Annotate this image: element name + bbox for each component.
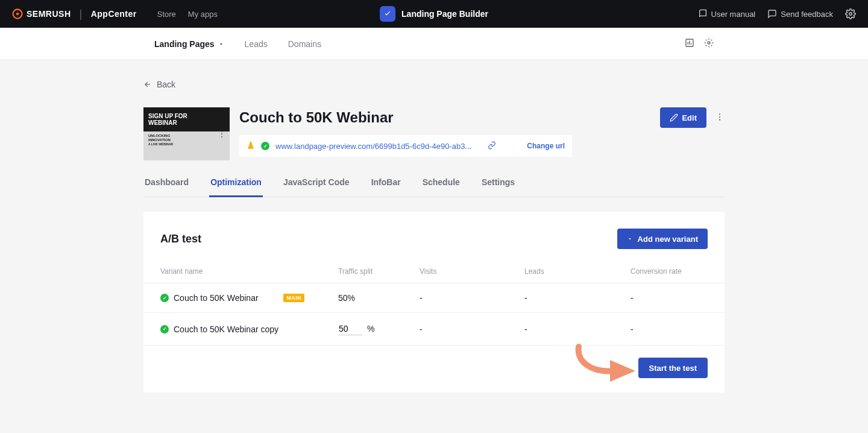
variants-table: Variant name Traffic split Visits Leads … xyxy=(143,261,725,346)
thumb-sub3: A LIVE WEBINAR xyxy=(148,142,225,146)
tabs: Dashboard Optimization JavaScript Code I… xyxy=(143,177,725,197)
brand-divider: | xyxy=(80,8,83,21)
brand-logo[interactable]: SEMRUSH | AppCenter xyxy=(12,8,137,21)
nav-my-apps[interactable]: My apps xyxy=(188,10,218,19)
tab-dashboard[interactable]: Dashboard xyxy=(143,177,190,197)
variant-cell: ✓ Couch to 50K Webinar copy xyxy=(160,324,304,334)
settings-icon-button[interactable] xyxy=(845,8,856,19)
header-main: Couch to 50K Webinar Edit ✓ www.landpage xyxy=(239,107,725,160)
svg-point-2 xyxy=(849,13,852,16)
title-row: Couch to 50K Webinar Edit xyxy=(239,107,725,128)
chat-icon xyxy=(767,9,777,19)
thumb-headline: SIGN UP FOR WEBINAR xyxy=(143,107,230,131)
app-title-center: Landing Page Builder xyxy=(380,6,488,22)
variant-name[interactable]: Couch to 50K Webinar copy xyxy=(174,324,278,334)
ab-test-card: A/B test Add new variant Variant name Tr… xyxy=(143,212,725,393)
visits-value: - xyxy=(403,313,508,346)
variant-name[interactable]: Couch to 50K Webinar xyxy=(174,293,259,303)
svg-point-7 xyxy=(708,42,710,44)
settings-small-button[interactable] xyxy=(704,38,714,49)
app-icon xyxy=(380,6,395,22)
page-title: Couch to 50K Webinar xyxy=(239,109,394,126)
start-test-button[interactable]: Start the test xyxy=(638,358,708,378)
stats-icon-button[interactable] xyxy=(685,38,694,49)
semrush-logo-icon xyxy=(12,8,23,19)
back-label: Back xyxy=(157,80,175,89)
conv-value: - xyxy=(614,283,725,313)
thumb-headline-l1: SIGN UP FOR xyxy=(148,113,225,119)
pencil-icon xyxy=(670,113,678,122)
svg-point-1 xyxy=(16,13,19,16)
subnav-right-icons xyxy=(685,38,714,49)
col-variant-name: Variant name xyxy=(143,261,321,283)
tab-javascript-code[interactable]: JavaScript Code xyxy=(282,177,351,197)
main-badge: MAIN xyxy=(283,294,304,302)
table-row: ✓ Couch to 50K Webinar copy % - - - xyxy=(143,313,725,346)
thumb-sub2: INNOVATION xyxy=(148,138,225,142)
caret-down-icon xyxy=(627,236,633,242)
visits-value: - xyxy=(403,283,508,313)
thumb-more-icon[interactable]: ⋮ xyxy=(218,129,226,139)
preview-url[interactable]: www.landpage-preview.com/6699b1d5-6c9d-4… xyxy=(275,142,474,151)
card-header: A/B test Add new variant xyxy=(143,212,725,261)
svg-point-10 xyxy=(719,116,720,117)
check-icon: ✓ xyxy=(160,294,169,302)
page-thumbnail[interactable]: SIGN UP FOR WEBINAR UNLOCKING INNOVATION… xyxy=(143,107,230,160)
check-icon: ✓ xyxy=(160,325,169,333)
svg-point-11 xyxy=(719,119,720,120)
add-variant-button[interactable]: Add new variant xyxy=(617,229,708,249)
appcenter-label: AppCenter xyxy=(91,9,137,19)
url-box: ✓ www.landpage-preview.com/6699b1d5-6c9d… xyxy=(239,135,572,157)
kebab-icon xyxy=(715,112,725,122)
tab-settings[interactable]: Settings xyxy=(480,177,516,197)
table-row: ✓ Couch to 50K Webinar MAIN 50% - - - xyxy=(143,283,725,313)
thumb-body: UNLOCKING INNOVATION A LIVE WEBINAR xyxy=(143,131,230,160)
gear-icon xyxy=(704,38,714,48)
title-actions: Edit xyxy=(660,107,725,128)
page-content: Back SIGN UP FOR WEBINAR UNLOCKING INNOV… xyxy=(143,60,725,393)
back-link[interactable]: Back xyxy=(143,80,725,89)
book-icon xyxy=(698,9,708,19)
split-suffix: % xyxy=(367,324,374,333)
svg-point-9 xyxy=(719,113,720,115)
chart-icon xyxy=(685,38,694,48)
subnav-landing-pages-label: Landing Pages xyxy=(154,39,215,49)
copy-link-button[interactable] xyxy=(488,141,496,151)
topbar-right: User manual Send feedback xyxy=(698,8,856,19)
col-leads: Leads xyxy=(508,261,614,283)
change-url-link[interactable]: Change url xyxy=(527,142,565,150)
tab-infobar[interactable]: InfoBar xyxy=(370,177,402,197)
page-header-row: SIGN UP FOR WEBINAR UNLOCKING INNOVATION… xyxy=(143,107,725,160)
send-feedback-link[interactable]: Send feedback xyxy=(767,9,833,19)
add-variant-label: Add new variant xyxy=(638,235,698,244)
subnav-domains[interactable]: Domains xyxy=(288,39,321,49)
col-traffic-split: Traffic split xyxy=(321,261,403,283)
tab-optimization[interactable]: Optimization xyxy=(209,177,263,197)
thumb-sub1: UNLOCKING xyxy=(148,134,225,138)
top-nav: Store My apps xyxy=(157,10,218,19)
leads-value: - xyxy=(508,283,614,313)
user-manual-label: User manual xyxy=(711,10,756,19)
chevron-down-icon xyxy=(218,41,224,47)
status-published-icon: ✓ xyxy=(261,142,269,150)
brand-text: SEMRUSH xyxy=(27,9,71,19)
link-icon xyxy=(488,141,496,150)
conv-value: - xyxy=(614,313,725,346)
more-actions-button[interactable] xyxy=(715,112,725,124)
topbar: SEMRUSH | AppCenter Store My apps Landin… xyxy=(0,0,868,28)
edit-button[interactable]: Edit xyxy=(660,107,706,128)
flask-icon xyxy=(247,141,255,151)
traffic-split-input[interactable] xyxy=(338,323,362,335)
subnav-landing-pages[interactable]: Landing Pages xyxy=(154,39,224,49)
tab-schedule[interactable]: Schedule xyxy=(421,177,461,197)
subnav-leads[interactable]: Leads xyxy=(245,39,268,49)
edit-label: Edit xyxy=(682,113,697,122)
subnav: Landing Pages Leads Domains xyxy=(0,28,868,60)
variant-cell: ✓ Couch to 50K Webinar MAIN xyxy=(160,293,304,303)
user-manual-link[interactable]: User manual xyxy=(698,9,756,19)
nav-store[interactable]: Store xyxy=(157,10,176,19)
split-value: 50% xyxy=(321,283,403,313)
start-row: Start the test xyxy=(143,346,725,378)
app-title: Landing Page Builder xyxy=(401,9,488,19)
send-feedback-label: Send feedback xyxy=(781,10,833,19)
